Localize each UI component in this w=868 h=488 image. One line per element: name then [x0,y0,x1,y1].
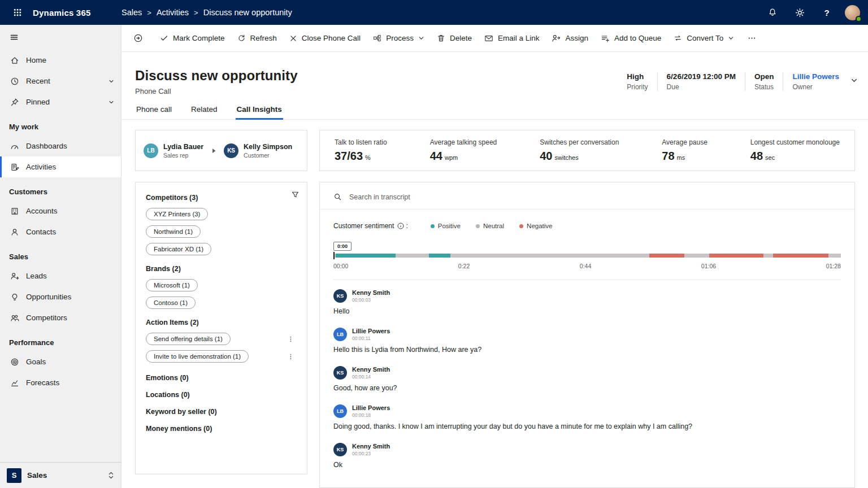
app-title[interactable]: Dynamics 365 [33,8,90,18]
action-item-chip[interactable]: Send offering details (1) [146,333,231,345]
area-switcher[interactable]: S Sales [0,462,121,488]
sidebar-item-forecasts[interactable]: Forecasts [0,372,121,393]
area-switcher-updown-icon[interactable] [108,471,114,480]
refresh-label: Refresh [250,34,277,42]
search-input[interactable] [349,193,553,201]
waffle-menu-icon[interactable] [8,3,27,22]
chevron-down-icon[interactable] [108,99,114,105]
breadcrumb-sales[interactable]: Sales [121,8,142,17]
sentiment-timeline: 0:00 00:000:220:4401:0601:28 [333,240,841,280]
info-icon[interactable] [397,223,404,229]
competitor-chip[interactable]: Northwind (1) [146,225,201,238]
user-avatar[interactable] [845,5,860,20]
chevron-down-icon[interactable] [108,79,114,84]
action-item-chip[interactable]: Invite to live demonstration (1) [146,350,249,363]
process-flow-icon [373,34,381,42]
header-expand-chevron-icon[interactable] [850,77,858,84]
avatar: LB [333,404,347,418]
brand-chip[interactable]: Contoso (1) [146,297,196,309]
breadcrumb-activities[interactable]: Activities [157,8,189,17]
email-a-link-button[interactable]: Email a Link [478,29,546,48]
tab-call-insights[interactable]: Call Insights [236,105,283,119]
sidebar-item-accounts[interactable]: Accounts [0,201,121,221]
sidebar-item-dashboards[interactable]: Dashboards [0,136,121,156]
sentiment-segment[interactable] [773,254,828,258]
refresh-button[interactable]: Refresh [231,29,283,48]
area-initial-tile: S [7,468,21,483]
timeline-scrubber[interactable] [333,254,841,258]
sidebar-item-activities[interactable]: Activities [0,156,121,177]
sidebar-item-contacts[interactable]: Contacts [0,221,121,242]
process-label: Process [386,34,414,42]
sentiment-segment[interactable] [336,254,396,258]
call-insights-panel: Competitors (3) XYZ Printers (3)Northwin… [135,182,307,474]
breadcrumb-current-record[interactable]: Discuss new opportunity [203,8,292,17]
avatar: KS [333,289,347,303]
add-to-queue-button[interactable]: Add to Queue [594,29,667,48]
record-status-icon [133,33,143,43]
convert-to-label: Convert To [687,34,723,42]
close-phone-call-button[interactable]: Close Phone Call [283,29,367,48]
sidebar-item-label: Activities [26,163,56,171]
participant-arrow-icon [212,148,216,154]
record-status-button[interactable] [127,29,149,48]
sidebar-section-customers: Customers [0,177,121,201]
sidebar-item-goals[interactable]: Goals [0,351,121,372]
add-to-queue-icon [601,34,610,43]
sidebar-item-pinned[interactable]: Pinned [0,91,121,112]
sidebar-item-label: Forecasts [26,378,59,387]
header-field-value[interactable]: 6/26/2019 12:00 PM [667,72,736,81]
sidebar-item-leads[interactable]: Leads [0,265,121,286]
sentiment-segment[interactable] [429,254,450,258]
delete-button[interactable]: Delete [431,29,478,48]
action-item-row: Send offering details (1) [146,333,297,345]
sidebar-item-label: Accounts [26,207,58,215]
sidebar-item-recent[interactable]: Recent [0,71,121,91]
filter-icon[interactable] [291,190,300,199]
kebab-menu-icon[interactable] [285,352,297,361]
sidebar-item-home[interactable]: Home [0,50,121,71]
sidebar-item-label: Leads [26,272,47,280]
competitor-chip[interactable]: XYZ Printers (3) [146,208,208,220]
kpi-value: 44 [430,150,442,163]
header-field-value[interactable]: Lillie Powers [792,72,839,81]
sentiment-segment[interactable] [649,254,684,258]
avatar: LB [333,328,347,341]
competitor-chip[interactable]: Fabricator XD (1) [146,243,211,255]
assign-button[interactable]: Assign [545,29,594,48]
help-icon[interactable]: ? [818,3,836,21]
close-phone-call-label: Close Phone Call [302,34,361,42]
transcript-message: LB Lillie Powers 00:00:18 Doing good, th… [333,404,841,430]
tab-phone-call[interactable]: Phone call [135,105,173,119]
insights-section-title-action-items: Action Items (2) [146,319,297,326]
tab-related[interactable]: Related [190,105,219,119]
header-field: High Priority [618,72,657,91]
mark-complete-button[interactable]: Mark Complete [154,29,231,48]
convert-to-button[interactable]: Convert To [667,29,740,48]
insights-empty-section-title: Emotions (0) [146,374,297,382]
process-button[interactable]: Process [367,29,431,48]
more-commands-button[interactable] [740,29,763,48]
transcript-message: KS Kenny Smith 00:00:14 Good, how are yo… [333,366,841,392]
kebab-menu-icon[interactable] [285,334,297,344]
brand-chip[interactable]: Microsoft (1) [146,279,198,291]
sentiment-row: Customer sentiment : Positive Neutral Ne… [333,222,841,230]
trash-icon [437,34,445,42]
notifications-bell-icon[interactable] [763,3,782,21]
kpi-item: Switches per conversation 40 switches [540,138,619,163]
header-field-value[interactable]: Open [754,72,774,81]
speaker-name: Kenny Smith [352,366,390,373]
playhead-marker[interactable] [333,252,335,259]
participant-name: Kelly Simpson [244,143,292,151]
kpi-label: Average pause [662,138,708,146]
sidebar-item-opportunities[interactable]: Opportunities [0,286,121,307]
sidebar-section-sales: Sales [0,242,121,265]
sentiment-segment[interactable] [709,254,763,258]
settings-gear-icon[interactable] [791,3,809,21]
delete-label: Delete [450,34,472,42]
sidebar-collapse-button[interactable] [0,25,121,50]
sidebar-item-competitors[interactable]: Competitors [0,307,121,328]
close-icon [289,34,297,42]
header-field-value[interactable]: High [627,72,648,81]
speaker-name: Lillie Powers [352,404,390,411]
